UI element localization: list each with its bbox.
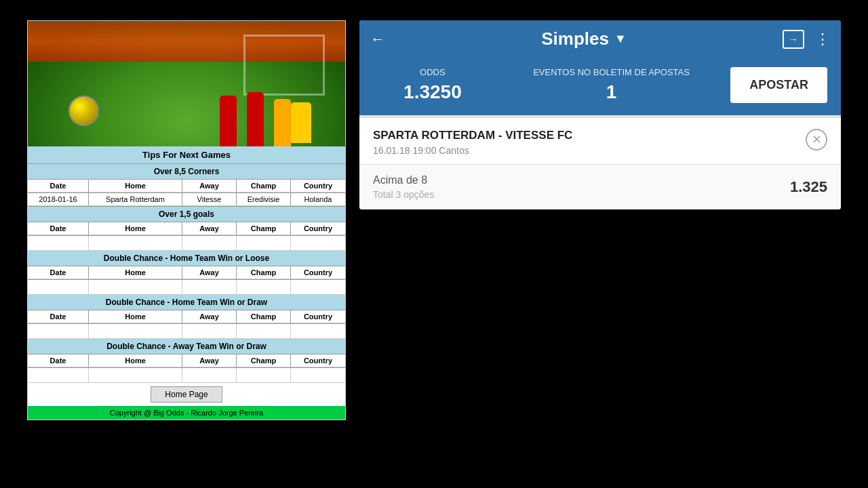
match-section: SPARTA ROTTERDAM - VITESSE FC 16.01.18 1…	[359, 118, 841, 165]
odds-section: ODDS 1.3250 EVENTOS NO BOLETIM DE APOSTA…	[359, 58, 841, 115]
share-icon[interactable]	[783, 30, 804, 49]
t1-champ: Eredivisie	[237, 193, 291, 206]
header-title: Simples ▼	[392, 28, 776, 49]
col-date: Date	[28, 180, 89, 192]
col-country4: Country	[291, 310, 345, 323]
table5-empty	[28, 368, 345, 383]
eventos-block: EVENTOS NO BOLETIM DE APOSTAS 1	[492, 67, 731, 103]
table5-header: Date Home Away Champ Country	[28, 354, 345, 368]
col-home2: Home	[89, 222, 182, 235]
close-match-button[interactable]: ✕	[806, 129, 827, 150]
apostar-button[interactable]: APOSTAR	[730, 67, 827, 103]
table3-header: Date Home Away Champ Country	[28, 266, 345, 280]
dropdown-arrow-icon[interactable]: ▼	[614, 32, 627, 46]
col-home3: Home	[89, 266, 182, 279]
col-champ4: Champ	[237, 310, 291, 323]
col-date5: Date	[28, 354, 89, 367]
header-title-text: Simples	[541, 28, 609, 49]
col-country: Country	[291, 180, 345, 192]
header-image	[28, 21, 345, 146]
t1-away: Vitesse	[182, 193, 237, 206]
table1-row: 2018-01-16 Sparta Rotterdam Vitesse Ered…	[28, 193, 345, 207]
match-title: SPARTA ROTTERDAM - VITESSE FC	[373, 129, 799, 142]
eventos-value: 1	[492, 81, 731, 103]
bet-option-sub: Total 3 opções	[373, 189, 790, 200]
header-icons: ⋮	[783, 30, 830, 49]
col-date3: Date	[28, 266, 89, 279]
match-info: SPARTA ROTTERDAM - VITESSE FC 16.01.18 1…	[373, 129, 799, 156]
eventos-label: EVENTOS NO BOLETIM DE APOSTAS	[492, 67, 731, 77]
t1-country: Holanda	[291, 193, 345, 206]
col-champ: Champ	[237, 180, 291, 192]
bet-option-section: Acima de 8 Total 3 opções 1.325	[359, 165, 841, 209]
bet-odd-value: 1.325	[790, 178, 827, 196]
odds-block: ODDS 1.3250	[373, 67, 492, 103]
table1-header: Date Home Away Champ Country	[28, 180, 345, 193]
col-champ5: Champ	[237, 354, 291, 367]
col-home4: Home	[89, 310, 182, 323]
col-home5: Home	[89, 354, 182, 367]
table4-empty	[28, 324, 345, 339]
back-button[interactable]: ←	[370, 30, 385, 48]
table2-empty	[28, 236, 345, 251]
col-away2: Away	[182, 222, 237, 235]
t1-date: 2018-01-16	[28, 193, 89, 206]
col-away5: Away	[182, 354, 237, 367]
bet-option-info: Acima de 8 Total 3 opções	[373, 174, 790, 200]
table4-header: Date Home Away Champ Country	[28, 310, 345, 324]
col-date4: Date	[28, 310, 89, 323]
right-panel: ← Simples ▼ ⋮ ODDS 1.3250 EVENTOS NO BOL…	[359, 20, 841, 209]
col-away3: Away	[182, 266, 237, 279]
table5-title: Double Chance - Away Team Win or Draw	[28, 339, 345, 354]
table2-title: Over 1,5 goals	[28, 207, 345, 222]
bet-option-name: Acima de 8	[373, 174, 790, 186]
copyright: Copyright @ Big Odds - Ricardo Jorge Per…	[28, 406, 345, 420]
left-panel: Tips For Next Games Over 8,5 Corners Dat…	[27, 20, 346, 420]
table4-title: Double Chance - Home Team Win or Draw	[28, 295, 345, 310]
home-page-button[interactable]: Home Page	[151, 386, 222, 403]
col-home: Home	[89, 180, 182, 192]
odds-value: 1.3250	[373, 81, 492, 103]
col-date2: Date	[28, 222, 89, 235]
odds-label: ODDS	[373, 67, 492, 77]
col-country2: Country	[291, 222, 345, 235]
col-away: Away	[182, 180, 237, 192]
more-options-icon[interactable]: ⋮	[815, 30, 830, 48]
table3-title: Double Chance - Home Team Win or Loose	[28, 251, 345, 266]
right-header: ← Simples ▼ ⋮	[359, 20, 841, 58]
col-away4: Away	[182, 310, 237, 323]
t1-home: Sparta Rotterdam	[89, 193, 182, 206]
table3-empty	[28, 280, 345, 295]
table2-header: Date Home Away Champ Country	[28, 222, 345, 236]
section-title: Tips For Next Games	[28, 146, 345, 164]
col-country5: Country	[291, 354, 345, 367]
col-champ2: Champ	[237, 222, 291, 235]
match-subtitle: 16.01.18 19:00 Cantos	[373, 145, 799, 156]
table1-title: Over 8,5 Corners	[28, 164, 345, 180]
col-champ3: Champ	[237, 266, 291, 279]
col-country3: Country	[291, 266, 345, 279]
